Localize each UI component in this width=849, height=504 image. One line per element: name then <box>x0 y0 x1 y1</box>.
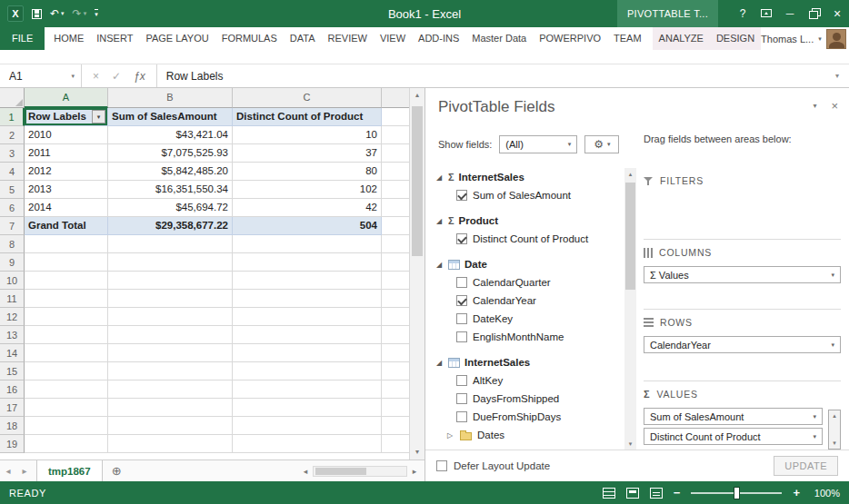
filters-area[interactable]: FILTERS <box>644 172 841 240</box>
cell[interactable] <box>233 326 382 344</box>
cell[interactable]: 37 <box>233 144 382 163</box>
cell[interactable] <box>382 144 409 163</box>
row-header[interactable]: 17 <box>0 399 25 417</box>
field-item[interactable]: CalendarYear <box>434 292 624 310</box>
vertical-scrollbar[interactable]: ▴ ▾ <box>409 88 424 460</box>
cell[interactable] <box>382 235 409 253</box>
cell-B1[interactable]: Sum of SalesAmount <box>108 108 233 126</box>
cell[interactable] <box>25 362 108 380</box>
column-header-A[interactable]: A <box>25 88 108 108</box>
cell[interactable] <box>25 399 108 417</box>
cell[interactable] <box>382 272 409 290</box>
save-icon[interactable] <box>32 9 42 19</box>
checkbox[interactable] <box>456 277 467 288</box>
cell[interactable]: 10 <box>233 126 382 144</box>
cell[interactable] <box>382 417 409 435</box>
cell[interactable] <box>108 308 233 326</box>
cell[interactable] <box>233 272 382 290</box>
field-group-date[interactable]: ◢ Date <box>434 255 624 273</box>
cell[interactable]: 504 <box>233 217 382 235</box>
cell[interactable] <box>382 308 409 326</box>
select-all-corner[interactable] <box>0 88 25 108</box>
contextual-tab-group-label[interactable]: PIVOTTABLE T... <box>617 0 718 27</box>
tab-team[interactable]: TEAM <box>607 27 648 50</box>
field-item[interactable]: DateKey <box>434 310 624 328</box>
field-list-scrollbar[interactable]: ▴ ▾ <box>624 168 636 450</box>
chevron-down-icon[interactable]: ▾ <box>831 272 834 279</box>
insert-function-icon[interactable]: ƒx <box>134 70 145 83</box>
scroll-up-icon[interactable]: ▴ <box>624 168 636 180</box>
excel-app-icon[interactable]: X <box>7 5 24 22</box>
account-dropdown-icon[interactable]: ▾ <box>818 35 822 43</box>
tab-review[interactable]: REVIEW <box>322 27 374 50</box>
checkbox-checked[interactable] <box>456 295 467 306</box>
tab-master-data[interactable]: Master Data <box>465 27 533 50</box>
cell[interactable] <box>382 435 409 453</box>
customize-qat-button[interactable]: ▾ <box>95 9 98 18</box>
user-avatar[interactable] <box>826 29 846 49</box>
cell[interactable] <box>108 435 233 453</box>
cell[interactable] <box>382 126 409 144</box>
checkbox[interactable] <box>456 331 467 342</box>
close-button[interactable]: × <box>825 6 849 21</box>
checkbox[interactable] <box>456 375 467 386</box>
horizontal-scrollbar[interactable]: ◂ ▸ <box>298 466 422 477</box>
row-header[interactable]: 13 <box>0 326 25 344</box>
zoom-slider[interactable] <box>691 492 782 494</box>
checkbox-checked[interactable] <box>456 233 467 244</box>
tab-insert[interactable]: INSERT <box>90 27 139 50</box>
cell[interactable] <box>233 362 382 380</box>
cell[interactable] <box>382 344 409 362</box>
row-header[interactable]: 1 <box>0 108 25 126</box>
row-header[interactable]: 7 <box>0 217 25 235</box>
field-item[interactable]: DaysFromShipped <box>434 390 624 408</box>
row-header[interactable]: 12 <box>0 308 25 326</box>
cell[interactable] <box>233 290 382 308</box>
chevron-down-icon[interactable]: ▾ <box>831 341 834 349</box>
cell[interactable]: 2011 <box>25 144 108 163</box>
checkbox[interactable] <box>456 313 467 324</box>
cell[interactable] <box>382 108 409 126</box>
cell[interactable]: 2010 <box>25 126 108 144</box>
pane-options-icon[interactable]: ▾ <box>813 100 816 113</box>
new-sheet-icon[interactable]: ⊕ <box>112 464 122 478</box>
tab-data[interactable]: DATA <box>284 27 322 50</box>
cell[interactable] <box>25 326 108 344</box>
cell[interactable] <box>382 290 409 308</box>
field-group-internetsales-measures[interactable]: ◢ Σ InternetSales <box>434 168 624 186</box>
cell[interactable] <box>233 253 382 272</box>
field-item[interactable]: Sum of SalesAmount <box>434 186 624 204</box>
row-header[interactable]: 6 <box>0 199 25 217</box>
row-header[interactable]: 18 <box>0 417 25 435</box>
pane-close-icon[interactable]: × <box>831 100 838 113</box>
cell[interactable] <box>108 344 233 362</box>
tab-design[interactable]: DESIGN <box>710 27 761 50</box>
field-group-product-measures[interactable]: ◢ Σ Product <box>434 212 624 230</box>
page-break-view-icon[interactable] <box>650 488 663 499</box>
cell[interactable] <box>108 399 233 417</box>
undo-dropdown-icon[interactable]: ▾ <box>61 10 65 17</box>
field-item[interactable]: CalendarQuarter <box>434 273 624 292</box>
cell[interactable]: $5,842,485.20 <box>108 163 233 181</box>
row-header[interactable]: 15 <box>0 362 25 380</box>
cell[interactable] <box>382 163 409 181</box>
cell[interactable] <box>108 326 233 344</box>
field-item[interactable]: Distinct Count of Product <box>434 230 624 248</box>
checkbox-checked[interactable] <box>456 190 467 201</box>
cell[interactable] <box>25 344 108 362</box>
cell[interactable] <box>108 235 233 253</box>
cell[interactable]: $7,075,525.93 <box>108 144 233 163</box>
ribbon-display-options-button[interactable] <box>754 7 778 20</box>
zoom-in-icon[interactable]: + <box>793 486 800 499</box>
checkbox[interactable] <box>456 411 467 422</box>
row-header[interactable]: 4 <box>0 163 25 181</box>
cell[interactable] <box>25 308 108 326</box>
scroll-left-icon[interactable]: ◂ <box>298 467 313 476</box>
cell[interactable] <box>233 344 382 362</box>
field-folder-dates[interactable]: ▷ Dates <box>434 426 624 444</box>
cell[interactable] <box>233 417 382 435</box>
horizontal-scrollbar-track[interactable] <box>313 466 407 477</box>
collapse-icon[interactable]: ◢ <box>434 261 444 269</box>
row-header[interactable]: 14 <box>0 344 25 362</box>
update-button[interactable]: UPDATE <box>774 456 838 476</box>
